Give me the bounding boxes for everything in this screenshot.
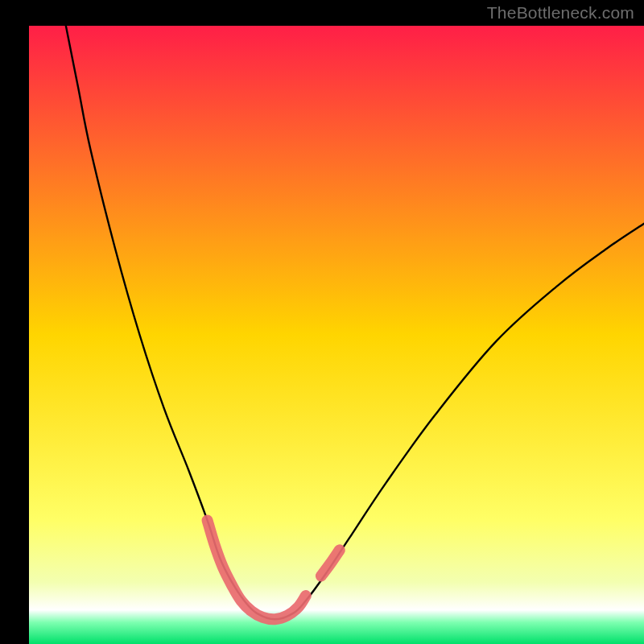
chart-stage: TheBottleneck.com (0, 0, 644, 644)
watermark-text: TheBottleneck.com (487, 3, 634, 23)
bottleneck-chart (0, 0, 644, 644)
